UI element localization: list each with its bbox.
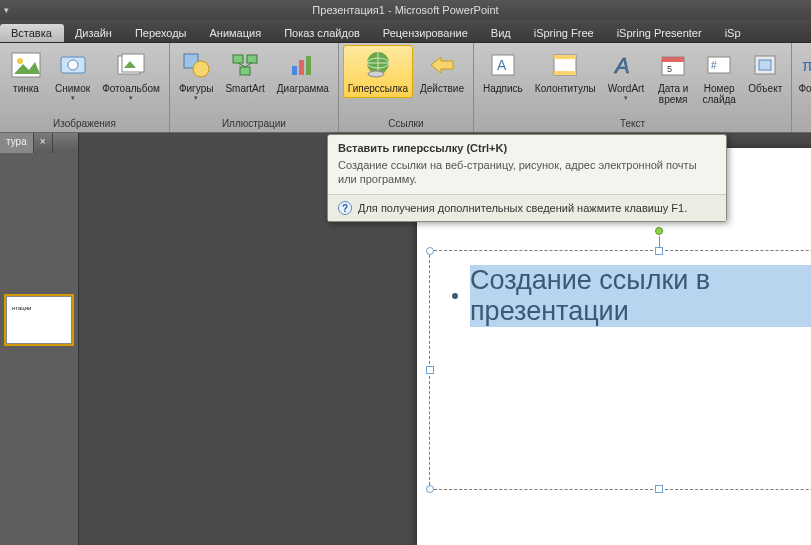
qat-dropdown-icon[interactable]: ▾ <box>4 0 9 20</box>
svg-text:A: A <box>497 57 507 73</box>
slide-number-button[interactable]: # Номер слайда <box>697 45 741 109</box>
hyperlink-button[interactable]: Гиперссылка <box>343 45 413 98</box>
svg-rect-10 <box>240 67 250 75</box>
tab-isp-cut[interactable]: iSp <box>714 24 753 42</box>
group-cut: π Форм <box>792 43 811 132</box>
slide-number-icon: # <box>703 49 735 81</box>
chevron-down-icon: ▾ <box>624 94 628 102</box>
resize-handle[interactable] <box>655 485 663 493</box>
svg-rect-21 <box>554 71 576 75</box>
header-footer-icon <box>549 49 581 81</box>
shapes-button[interactable]: Фигуры ▾ <box>174 45 218 106</box>
group-label-images: Изображения <box>4 117 165 132</box>
svg-point-3 <box>68 60 78 70</box>
wordart-button[interactable]: A WordArt ▾ <box>603 45 650 106</box>
group-images: тинка Снимок ▾ Фотоальбом ▾ Изображения <box>0 43 170 132</box>
tooltip-title: Вставить гиперссылку (Ctrl+K) <box>328 135 726 158</box>
tooltip-footer-text: Для получения дополнительных сведений на… <box>358 202 687 214</box>
photoalbum-icon <box>115 49 147 81</box>
photoalbum-button[interactable]: Фотоальбом ▾ <box>97 45 165 106</box>
chart-button[interactable]: Диаграмма <box>272 45 334 98</box>
sidepane-tab-outline[interactable]: тура <box>0 133 34 153</box>
resize-handle[interactable] <box>655 247 663 255</box>
svg-text:#: # <box>711 60 717 71</box>
svg-rect-29 <box>759 60 771 70</box>
pi-icon: π <box>795 49 811 81</box>
shapes-icon <box>180 49 212 81</box>
group-links: Гиперссылка Действие Ссылки <box>339 43 474 132</box>
group-label-text: Текст <box>478 117 787 132</box>
tab-review[interactable]: Рецензирование <box>372 24 480 42</box>
chevron-down-icon: ▾ <box>194 94 198 102</box>
slide-thumbnail-1[interactable]: нтации <box>6 296 72 344</box>
sidepane-tabs: тура × <box>0 133 78 153</box>
group-text: A Надпись Колонтитулы A WordArt ▾ 5 <box>474 43 792 132</box>
group-label-links: Ссылки <box>343 117 469 132</box>
globe-link-icon <box>362 49 394 81</box>
wordart-icon: A <box>610 49 642 81</box>
resize-handle[interactable] <box>426 485 434 493</box>
tab-animations[interactable]: Анимация <box>198 24 273 42</box>
equation-button[interactable]: π Форм <box>796 45 811 98</box>
tab-design[interactable]: Дизайн <box>64 24 124 42</box>
slide-body-placeholder[interactable]: Создание ссылки в презентации <box>429 250 811 490</box>
slides-pane[interactable]: тура × нтации <box>0 133 79 545</box>
tab-view[interactable]: Вид <box>480 24 523 42</box>
action-icon <box>426 49 458 81</box>
date-time-button[interactable]: 5 Дата и время <box>651 45 695 109</box>
ribbon-tabs: Вставка Дизайн Переходы Анимация Показ с… <box>0 20 811 43</box>
date-time-icon: 5 <box>657 49 689 81</box>
svg-rect-13 <box>306 56 311 75</box>
chevron-down-icon: ▾ <box>129 94 133 102</box>
svg-rect-20 <box>554 55 576 59</box>
picture-icon <box>10 49 42 81</box>
ribbon: тинка Снимок ▾ Фотоальбом ▾ Изображения <box>0 43 811 133</box>
smartart-button[interactable]: SmartArt <box>220 45 269 98</box>
svg-rect-9 <box>247 55 257 63</box>
help-icon: ? <box>338 201 352 215</box>
chevron-down-icon: ▾ <box>71 94 75 102</box>
screenshot-button[interactable]: Снимок ▾ <box>50 45 95 106</box>
tooltip-footer: ? Для получения дополнительных сведений … <box>328 194 726 221</box>
resize-handle[interactable] <box>426 247 434 255</box>
body-bullet-line[interactable]: Создание ссылки в презентации <box>430 251 811 341</box>
textbox-icon: A <box>487 49 519 81</box>
textbox-button[interactable]: A Надпись <box>478 45 528 98</box>
svg-rect-12 <box>299 60 304 75</box>
svg-text:A: A <box>613 53 630 78</box>
header-footer-button[interactable]: Колонтитулы <box>530 45 601 98</box>
svg-rect-8 <box>233 55 243 63</box>
body-text[interactable]: Создание ссылки в презентации <box>470 265 811 327</box>
resize-handle[interactable] <box>426 366 434 374</box>
hyperlink-tooltip: Вставить гиперссылку (Ctrl+K) Создание с… <box>327 134 727 222</box>
object-icon <box>749 49 781 81</box>
quick-access-toolbar: ▾ <box>0 0 9 20</box>
tab-transitions[interactable]: Переходы <box>124 24 199 42</box>
sidepane-tab-close[interactable]: × <box>34 133 53 153</box>
svg-rect-5 <box>122 54 144 72</box>
chart-icon <box>287 49 319 81</box>
tab-insert[interactable]: Вставка <box>0 24 64 42</box>
tab-slideshow[interactable]: Показ слайдов <box>273 24 372 42</box>
bullet-icon <box>452 293 458 299</box>
svg-rect-11 <box>292 66 297 75</box>
rotate-handle[interactable] <box>655 227 663 235</box>
group-illustrations: Фигуры ▾ SmartArt Диаграмма Иллюстрации <box>170 43 339 132</box>
object-button[interactable]: Объект <box>743 45 787 98</box>
screenshot-icon <box>57 49 89 81</box>
window-title: Презентация1 - Microsoft PowerPoint <box>312 4 498 16</box>
tooltip-body: Создание ссылки на веб-страницу, рисунок… <box>328 158 726 194</box>
tab-ispring-presenter[interactable]: iSpring Presenter <box>606 24 714 42</box>
svg-text:π: π <box>802 57 811 74</box>
picture-button[interactable]: тинка <box>4 45 48 98</box>
svg-point-7 <box>193 61 209 77</box>
svg-point-16 <box>368 71 384 77</box>
action-button[interactable]: Действие <box>415 45 469 98</box>
tab-ispring-free[interactable]: iSpring Free <box>523 24 606 42</box>
group-label-illustrations: Иллюстрации <box>174 117 334 132</box>
title-bar: ▾ Презентация1 - Microsoft PowerPoint <box>0 0 811 20</box>
svg-rect-24 <box>662 57 684 62</box>
smartart-icon <box>229 49 261 81</box>
svg-text:5: 5 <box>667 64 672 74</box>
svg-point-1 <box>17 58 23 64</box>
